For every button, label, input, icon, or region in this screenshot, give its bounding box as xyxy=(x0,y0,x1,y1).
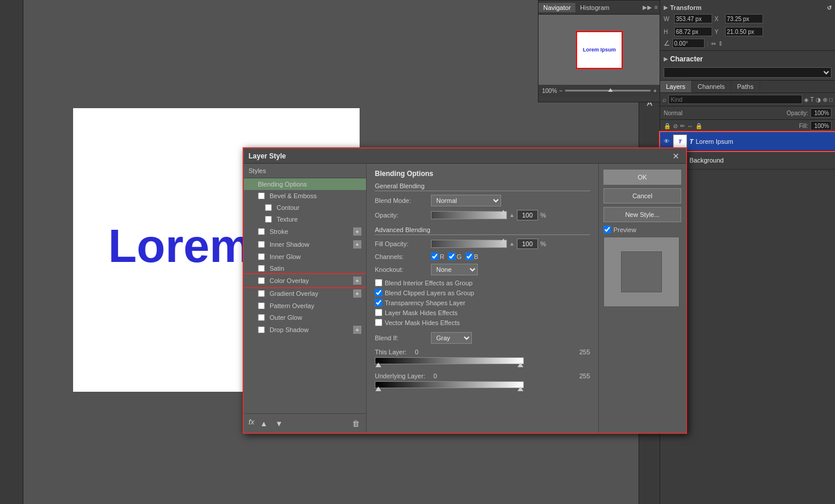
blend-if-select[interactable]: Gray xyxy=(431,332,472,344)
inner-shadow-add-icon[interactable]: + xyxy=(353,240,361,248)
drop-shadow-add-icon[interactable]: + xyxy=(353,326,361,334)
style-move-down-button[interactable]: ▼ xyxy=(273,417,285,429)
style-item-inner-glow[interactable]: Inner Glow xyxy=(244,251,366,263)
transform-h-label: H xyxy=(664,29,674,35)
color-overlay-add-icon[interactable]: + xyxy=(353,277,361,285)
nav-menu-icon[interactable]: ▶▶ xyxy=(643,4,652,11)
transform-reset-icon[interactable]: ↺ xyxy=(827,5,831,11)
cancel-button[interactable]: Cancel xyxy=(603,188,681,203)
font-family-select[interactable] xyxy=(664,67,831,78)
nav-zoom-plus[interactable]: + xyxy=(653,88,657,94)
lock-all-icon[interactable]: 🔒 xyxy=(695,123,702,129)
layers-shape-filter[interactable]: □ xyxy=(829,96,833,103)
style-item-bevel-emboss[interactable]: Bevel & Emboss xyxy=(244,190,366,202)
blend-clipped-checkbox[interactable] xyxy=(375,289,382,296)
opacity-value-input[interactable]: 100 xyxy=(517,210,538,220)
style-item-drop-shadow[interactable]: Drop Shadow + xyxy=(244,323,366,336)
vector-mask-checkbox[interactable] xyxy=(375,319,382,326)
transform-flip-v[interactable]: ⇕ xyxy=(718,40,723,47)
nav-zoom-minus[interactable]: − xyxy=(560,88,563,94)
style-move-up-button[interactable]: ▲ xyxy=(258,417,270,429)
gradient-overlay-checkbox[interactable] xyxy=(258,290,265,297)
outer-glow-checkbox[interactable] xyxy=(258,314,265,321)
style-item-inner-shadow[interactable]: Inner Shadow + xyxy=(244,238,366,251)
style-item-gradient-overlay[interactable]: Gradient Overlay + xyxy=(244,287,366,300)
transform-y-input[interactable] xyxy=(725,27,763,36)
channel-r-checkbox[interactable] xyxy=(431,253,439,260)
underlying-handle-left[interactable] xyxy=(375,386,381,391)
drop-shadow-checkbox[interactable] xyxy=(258,326,265,333)
layers-options: Normal Opacity: xyxy=(660,106,835,120)
style-item-pattern-overlay[interactable]: Pattern Overlay xyxy=(244,300,366,312)
channel-g-checkbox[interactable] xyxy=(448,253,456,260)
this-layer-handle-left[interactable] xyxy=(375,363,381,367)
gradient-overlay-add-icon[interactable]: + xyxy=(353,289,361,298)
style-item-texture[interactable]: Texture xyxy=(244,213,366,225)
style-item-stroke[interactable]: Stroke + xyxy=(244,225,366,238)
underlying-handle-right[interactable] xyxy=(517,386,523,391)
fill-input[interactable] xyxy=(810,121,831,130)
style-item-color-overlay[interactable]: Color Overlay + xyxy=(244,274,366,287)
color-overlay-checkbox[interactable] xyxy=(258,277,265,284)
channel-r-label: R xyxy=(440,253,444,260)
blend-mode-select[interactable]: Normal xyxy=(431,195,501,206)
navigator-tab[interactable]: Navigator xyxy=(539,3,575,12)
this-layer-slider-container xyxy=(375,357,590,364)
tab-paths[interactable]: Paths xyxy=(732,81,760,92)
nav-options-icon[interactable]: ≡ xyxy=(654,4,658,11)
transform-w-input[interactable] xyxy=(674,14,712,23)
opacity-slider[interactable] xyxy=(431,211,507,219)
style-item-satin[interactable]: Satin xyxy=(244,263,366,274)
opacity-input[interactable] xyxy=(810,108,831,118)
transform-title: Transform xyxy=(670,4,827,11)
transparency-shapes-checkbox[interactable] xyxy=(375,299,382,306)
lock-paint-icon[interactable]: ✏ xyxy=(680,123,685,129)
texture-checkbox[interactable] xyxy=(265,216,272,223)
this-layer-handle-right[interactable] xyxy=(517,363,523,367)
layers-text-filter[interactable]: T xyxy=(810,96,814,103)
lock-move-icon[interactable]: ↔ xyxy=(687,123,693,129)
opacity-row-label: Opacity: xyxy=(375,212,427,219)
underlying-layer-gradient-bar[interactable] xyxy=(375,381,524,388)
fill-opacity-slider[interactable] xyxy=(431,240,507,248)
layers-smart-filter[interactable]: ⊕ xyxy=(823,96,827,103)
ok-button[interactable]: OK xyxy=(603,170,681,185)
transform-angle-input[interactable] xyxy=(672,39,705,48)
layers-search-input[interactable] xyxy=(668,95,802,104)
dialog-close-button[interactable]: ✕ xyxy=(671,151,681,161)
lock-transparent-icon[interactable]: ⊘ xyxy=(673,123,678,129)
style-delete-button[interactable]: 🗑 xyxy=(350,417,361,429)
blend-interior-checkbox[interactable] xyxy=(375,279,382,286)
bevel-emboss-checkbox[interactable] xyxy=(258,192,265,199)
layers-adj-filter[interactable]: ◑ xyxy=(816,96,821,103)
transform-collapse-arrow[interactable]: ▶ xyxy=(664,5,668,11)
transform-h-input[interactable] xyxy=(674,27,712,36)
this-layer-gradient-bar[interactable] xyxy=(375,357,524,364)
tab-layers[interactable]: Layers xyxy=(660,81,692,92)
inner-glow-checkbox[interactable] xyxy=(258,253,265,260)
tab-channels[interactable]: Channels xyxy=(692,81,731,92)
histogram-tab[interactable]: Histogram xyxy=(575,3,614,12)
fill-opacity-value-input[interactable]: 100 xyxy=(517,239,538,249)
satin-checkbox[interactable] xyxy=(258,265,265,272)
pattern-overlay-checkbox[interactable] xyxy=(258,302,265,309)
layers-filter-icon[interactable]: ◈ xyxy=(804,96,809,103)
character-collapse-arrow[interactable]: ▶ xyxy=(664,56,668,62)
layer-visibility-lorem[interactable]: 👁 xyxy=(663,137,671,146)
transform-x-input[interactable] xyxy=(725,14,763,23)
layer-mask-checkbox[interactable] xyxy=(375,309,382,316)
preview-checkbox[interactable] xyxy=(603,226,611,233)
knockout-select[interactable]: None xyxy=(431,264,478,275)
transform-flip-h[interactable]: ⇔ xyxy=(711,40,716,47)
stroke-checkbox[interactable] xyxy=(258,228,265,235)
style-item-outer-glow[interactable]: Outer Glow xyxy=(244,312,366,323)
gradient-overlay-label: Gradient Overlay xyxy=(270,290,318,297)
fx-icon[interactable]: fx xyxy=(249,417,254,429)
channel-b-checkbox[interactable] xyxy=(465,253,473,260)
style-item-contour[interactable]: Contour xyxy=(244,202,366,213)
stroke-add-icon[interactable]: + xyxy=(353,227,361,236)
contour-checkbox[interactable] xyxy=(265,204,272,211)
style-item-blending-options[interactable]: Blending Options xyxy=(244,178,366,190)
inner-shadow-checkbox[interactable] xyxy=(258,241,265,248)
new-style-button[interactable]: New Style... xyxy=(603,207,681,222)
